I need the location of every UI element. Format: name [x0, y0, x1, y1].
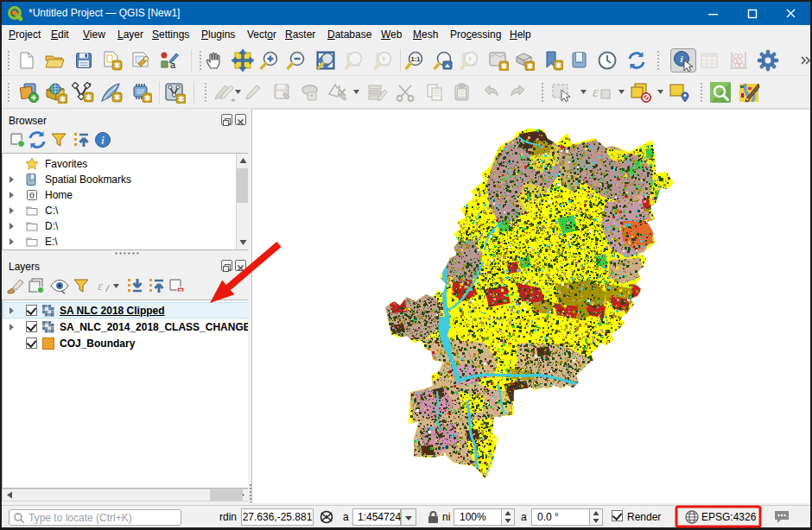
svg-text:ε: ε [593, 84, 599, 100]
svg-text:ε: ε [98, 279, 103, 293]
svg-text:*: * [310, 92, 314, 101]
svg-text:1:1: 1:1 [411, 55, 421, 63]
